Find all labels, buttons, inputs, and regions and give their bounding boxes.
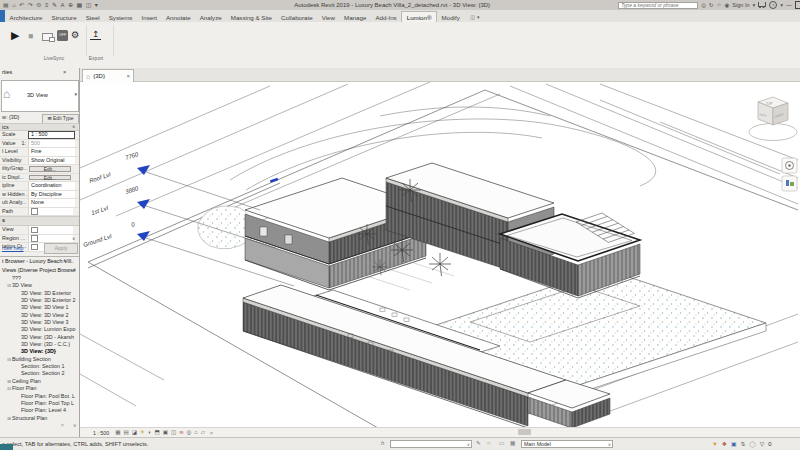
- tab-collaborate[interactable]: Collaborate: [277, 12, 318, 23]
- type-selector[interactable]: ⌂ 3D View ▾: [1, 80, 79, 112]
- properties-help-link[interactable]: rties help: [2, 245, 24, 251]
- edit-type-button[interactable]: ⊞ Edit Type: [42, 114, 79, 124]
- redo-icon[interactable]: ↷: [28, 0, 33, 10]
- show-crop-icon[interactable]: ◫: [171, 428, 176, 437]
- ribbon-minimize-toggle[interactable]: ◫ ▾: [470, 14, 479, 22]
- tree-item[interactable]: ???: [0, 275, 76, 282]
- design-options-icon[interactable]: ▦: [510, 440, 515, 446]
- search-input[interactable]: [618, 2, 698, 9]
- tab-add-ins[interactable]: Add-Ins: [371, 12, 401, 23]
- livesync-monitor-icon[interactable]: [42, 33, 53, 41]
- reveal-hidden-icon[interactable]: ∞: [179, 428, 183, 437]
- annotation-crop-checkbox[interactable]: [31, 244, 38, 251]
- tag-icon[interactable]: ✎: [52, 0, 57, 10]
- favorites-icon[interactable]: ☆: [717, 0, 722, 10]
- collapse-icon[interactable]: <: [210, 430, 213, 436]
- design-option-dropdown[interactable]: Main Model ∨: [521, 440, 613, 448]
- tree-item[interactable]: 3D View: Lumion Expo: [0, 326, 76, 333]
- apply-button[interactable]: Apply: [44, 243, 78, 254]
- viewcube[interactable]: TOP LEFT FRONT: [749, 97, 797, 141]
- 3d-view-icon[interactable]: ⊕: [68, 0, 73, 10]
- tab-lumion[interactable]: Lumion®: [401, 11, 437, 23]
- drag-on-selection-icon[interactable]: ◯: [749, 440, 756, 448]
- text-icon[interactable]: A: [60, 0, 64, 10]
- dropdown-icon[interactable]: ▾: [752, 0, 755, 10]
- shadows-icon[interactable]: ◐: [148, 428, 151, 437]
- render-icon[interactable]: ⬒: [155, 428, 160, 437]
- tab-insert[interactable]: Insert: [137, 12, 161, 23]
- tree-item-active-view[interactable]: 3D View: {3D}: [0, 348, 76, 355]
- settings-gear-icon[interactable]: ⚙: [71, 29, 80, 41]
- tab-annotate[interactable]: Annotate: [161, 12, 195, 23]
- store-cart-icon[interactable]: [758, 2, 766, 7]
- section-marker[interactable]: [270, 178, 278, 183]
- edit-visibility-button[interactable]: Edit...: [29, 166, 71, 172]
- tree-item[interactable]: 3D View: {3D - Akarsh: [0, 334, 76, 341]
- undo-icon[interactable]: ↶: [19, 0, 24, 10]
- crop-region-checkbox[interactable]: [31, 235, 38, 242]
- scroll-right-icon[interactable]: >: [61, 423, 64, 428]
- select-pinned-icon[interactable]: ⇅: [740, 440, 745, 448]
- extents-section-header[interactable]: s: [0, 216, 79, 226]
- tab-massing-site[interactable]: Massing & Site: [226, 12, 276, 23]
- sun-path-icon[interactable]: ◪: [132, 428, 137, 437]
- edit-in-place-icon[interactable]: ❖: [722, 440, 727, 448]
- view-properties-icon[interactable]: ▱: [201, 428, 205, 437]
- tree-item[interactable]: ⊟3D View: [0, 282, 76, 289]
- qat-customize-icon[interactable]: ▾: [95, 0, 98, 10]
- livesync-stop-button[interactable]: ■: [28, 31, 33, 41]
- edit-graphics-button[interactable]: Edit...: [29, 175, 71, 181]
- tab-architecture[interactable]: Architecture: [5, 12, 47, 23]
- scroll-up-icon[interactable]: ∧: [73, 267, 76, 272]
- tab-steel[interactable]: Steel: [81, 12, 104, 23]
- user-icon[interactable]: ◉: [725, 0, 730, 10]
- tree-item[interactable]: Floor Plan: Level 4: [0, 407, 76, 414]
- sync-icon[interactable]: ↻: [709, 0, 714, 10]
- thin-lines-icon[interactable]: ◫: [86, 0, 92, 10]
- tree-item[interactable]: 3D View: 3D View 1: [0, 304, 76, 311]
- chevron-down-icon[interactable]: ▾: [74, 91, 77, 97]
- help-icon[interactable]: ?: [769, 1, 777, 9]
- drawing-canvas[interactable]: 7760 Roof Lvl 3880 1st Lvl 0 Ground Lvl: [80, 82, 800, 428]
- zoom-button[interactable]: [782, 176, 797, 191]
- visual-style-icon[interactable]: ▤: [124, 428, 129, 437]
- tree-item[interactable]: 3D View: 3D Exterior: [0, 290, 76, 297]
- browser-root-node[interactable]: Views (Diverse Project Browse: [0, 266, 76, 274]
- horizontal-scrollbar-thumb[interactable]: [518, 429, 531, 435]
- print-icon[interactable]: ⊜: [36, 0, 41, 10]
- sun-settings-icon[interactable]: ☀: [140, 428, 145, 437]
- tab-manage[interactable]: Manage: [340, 12, 371, 23]
- tree-item[interactable]: ⊞Ceiling Plan: [0, 378, 76, 385]
- tree-item[interactable]: 3D View: 3D View 2: [0, 312, 76, 319]
- minimize-button[interactable]: —: [786, 2, 792, 8]
- livesync-play-button[interactable]: ▶: [11, 29, 19, 41]
- tree-item[interactable]: Floor Plan: Pool Top L: [0, 400, 76, 407]
- worksets-dropdown[interactable]: ∨: [390, 440, 472, 448]
- measure-icon[interactable]: ≡: [45, 0, 49, 10]
- tab-analyze[interactable]: Analyze: [195, 12, 226, 23]
- save-icon[interactable]: ▤: [3, 0, 9, 10]
- gray-inactive-icon[interactable]: ☼: [486, 440, 491, 446]
- exclude-options-icon[interactable]: ▼: [712, 440, 718, 448]
- export-button[interactable]: ↥: [90, 30, 101, 40]
- tree-item[interactable]: 3D View: 3D Exterior 2: [0, 297, 76, 304]
- tree-item[interactable]: Section: Section 2: [0, 370, 76, 377]
- help-dropdown-icon[interactable]: ▾: [780, 0, 783, 10]
- crop-view-icon[interactable]: ▣: [163, 428, 168, 437]
- tab-modify[interactable]: Modify: [437, 12, 464, 23]
- close-icon[interactable]: ×: [63, 69, 66, 75]
- tree-item[interactable]: Section: Section 1: [0, 363, 76, 370]
- home-icon[interactable]: ⌂: [12, 0, 16, 10]
- scroll-down-icon[interactable]: ∨: [73, 423, 76, 428]
- sun-path-checkbox[interactable]: [31, 208, 38, 215]
- tree-item[interactable]: ⊟Floor Plan: [0, 385, 76, 392]
- tree-item[interactable]: 3D View: {3D - C.C.}: [0, 341, 76, 348]
- tab-systems[interactable]: Systems: [104, 12, 137, 23]
- scroll-up-icon[interactable]: ∧: [72, 124, 75, 129]
- search-icon[interactable]: ◎: [701, 0, 706, 10]
- scale-value-field[interactable]: 1 : 500: [28, 131, 75, 139]
- select-underlay-icon[interactable]: ▣: [731, 440, 736, 448]
- crop-view-checkbox[interactable]: [31, 227, 38, 234]
- sign-in-button[interactable]: Sign In: [732, 2, 749, 8]
- filter-icon[interactable]: ▽: [760, 440, 764, 448]
